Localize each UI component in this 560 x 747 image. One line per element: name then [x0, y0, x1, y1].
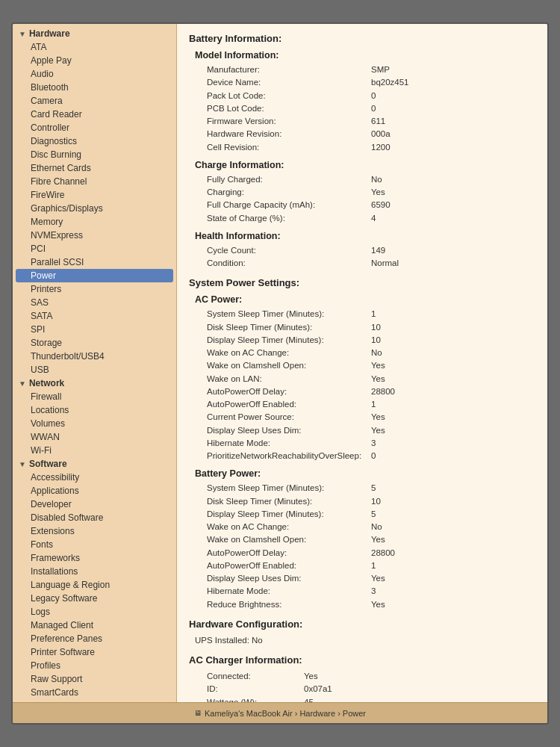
- sidebar-item-legacysoftware[interactable]: Legacy Software: [13, 592, 176, 605]
- ac-display-sleep-label: Display Sleep Timer (Minutes):: [207, 334, 371, 347]
- sidebar-item-locations[interactable]: Locations: [13, 403, 176, 417]
- bat-hibernate-label: Hibernate Mode:: [207, 585, 371, 598]
- sidebar-item-logs[interactable]: Logs: [13, 605, 176, 619]
- ac-disk-sleep-label: Disk Sleep Timer (Minutes):: [207, 321, 371, 334]
- bat-wake-ac-row: Wake on AC Change: No: [207, 521, 535, 533]
- health-info-content: Cycle Count: 149 Condition: Normal: [207, 244, 535, 270]
- sidebar-item-pci[interactable]: PCI: [13, 242, 176, 255]
- hardware-config-title: Hardware Configuration:: [189, 619, 535, 630]
- sidebar-item-firewall[interactable]: Firewall: [13, 390, 176, 403]
- sidebar-item-extensions[interactable]: Extensions: [13, 524, 176, 538]
- sidebar-item-fonts[interactable]: Fonts: [13, 538, 176, 551]
- ac-display-sleep-row: Display Sleep Timer (Minutes): 10: [207, 334, 535, 347]
- sidebar-item-developer[interactable]: Developer: [13, 498, 176, 511]
- sidebar-item-sata[interactable]: SATA: [13, 309, 176, 323]
- fully-charged-value: No: [371, 173, 382, 186]
- sidebar-item-nvmexpress[interactable]: NVMExpress: [13, 229, 176, 242]
- charge-info-content: Fully Charged: No Charging: Yes Full Cha…: [207, 173, 535, 225]
- device-name-label: Device Name:: [207, 76, 371, 89]
- bat-wake-clamshell-label: Wake on Clamshell Open:: [207, 533, 371, 546]
- charging-value: Yes: [371, 186, 385, 199]
- sidebar-item-accessibility[interactable]: Accessibility: [13, 471, 176, 484]
- bat-wake-clamshell-row: Wake on Clamshell Open: Yes: [207, 533, 535, 546]
- bat-reduce-brightness-value: Yes: [371, 598, 385, 611]
- hardware-arrow: ▼: [19, 30, 26, 38]
- sidebar-item-parallelscsi[interactable]: Parallel SCSI: [13, 255, 176, 269]
- ac-wake-ac-label: Wake on AC Change:: [207, 347, 371, 359]
- sidebar-item-printersoftware[interactable]: Printer Software: [13, 645, 176, 659]
- pcb-lot-row: PCB Lot Code: 0: [207, 102, 535, 115]
- ups-installed-row: UPS Installed: No: [195, 634, 535, 647]
- sidebar-item-camera[interactable]: Camera: [13, 94, 176, 108]
- software-section-header[interactable]: ▼ Software: [13, 457, 176, 471]
- sidebar-item-ata[interactable]: ATA: [13, 40, 176, 54]
- manufacturer-label: Manufacturer:: [207, 63, 371, 76]
- health-info-title: Health Information:: [195, 231, 535, 241]
- sidebar-item-power[interactable]: Power: [16, 269, 173, 282]
- sidebar-item-preferencepanes[interactable]: Preference Panes: [13, 632, 176, 645]
- fully-charged-row: Fully Charged: No: [207, 173, 535, 186]
- sidebar-item-discburning[interactable]: Disc Burning: [13, 148, 176, 161]
- sidebar-item-profiles[interactable]: Profiles: [13, 659, 176, 672]
- bat-system-sleep-value: 5: [371, 482, 376, 495]
- firmware-value: 611: [371, 115, 385, 128]
- sidebar-item-smartcards[interactable]: SmartCards: [13, 686, 176, 699]
- sidebar-item-installations[interactable]: Installations: [13, 565, 176, 578]
- sidebar-item-applepay[interactable]: Apple Pay: [13, 54, 176, 67]
- sidebar-item-memory[interactable]: Memory: [13, 215, 176, 229]
- ac-current-source-value: Yes: [371, 411, 385, 424]
- sidebar-item-printers[interactable]: Printers: [13, 282, 176, 296]
- system-power-title: System Power Settings:: [189, 277, 535, 288]
- sidebar-item-controller[interactable]: Controller: [13, 121, 176, 134]
- sidebar-item-managedclient[interactable]: Managed Client: [13, 619, 176, 632]
- bat-autopoweroff-enabled-label: AutoPowerOff Enabled:: [207, 560, 371, 572]
- sidebar-item-cardreader[interactable]: Card Reader: [13, 108, 176, 121]
- sidebar-item-frameworks[interactable]: Frameworks: [13, 551, 176, 565]
- sidebar-item-language[interactable]: Language & Region: [13, 578, 176, 592]
- ups-installed-value: UPS Installed: No: [195, 634, 263, 647]
- sidebar-item-applications[interactable]: Applications: [13, 484, 176, 498]
- manufacturer-row: Manufacturer: SMP: [207, 63, 535, 76]
- software-arrow: ▼: [19, 460, 26, 468]
- fully-charged-label: Fully Charged:: [207, 173, 371, 186]
- ac-autopoweroff-enabled-label: AutoPowerOff Enabled:: [207, 398, 371, 411]
- sidebar-item-spi[interactable]: SPI: [13, 323, 176, 336]
- ac-disk-sleep-value: 10: [371, 321, 381, 334]
- ac-wake-clamshell-label: Wake on Clamshell Open:: [207, 359, 371, 372]
- ac-display-sleep-value: 10: [371, 334, 381, 347]
- sidebar-item-usb[interactable]: USB: [13, 363, 176, 376]
- cell-revision-label: Cell Revision:: [207, 141, 371, 154]
- ac-current-source-row: Current Power Source: Yes: [207, 411, 535, 424]
- sidebar-item-graphicsdisplays[interactable]: Graphics/Displays: [13, 202, 176, 215]
- cell-revision-row: Cell Revision: 1200: [207, 141, 535, 154]
- hardware-section-header[interactable]: ▼ Hardware: [13, 27, 176, 40]
- sidebar-item-firewire[interactable]: FireWire: [13, 188, 176, 202]
- sidebar-item-volumes[interactable]: Volumes: [13, 417, 176, 430]
- charger-wattage-row: Wattage (W): 45: [207, 696, 535, 703]
- sidebar-item-wwan[interactable]: WWAN: [13, 430, 176, 444]
- sidebar-item-bluetooth[interactable]: Bluetooth: [13, 81, 176, 94]
- charging-label: Charging:: [207, 186, 371, 199]
- sidebar-item-ethernetcards[interactable]: Ethernet Cards: [13, 161, 176, 175]
- sidebar-item-wifi[interactable]: Wi-Fi: [13, 444, 176, 457]
- state-of-charge-label: State of Charge (%):: [207, 212, 371, 225]
- network-section-header[interactable]: ▼ Network: [13, 376, 176, 390]
- sidebar-item-rawsupport[interactable]: Raw Support: [13, 672, 176, 686]
- content-area: ▼ Hardware ATA Apple Pay Audio Bluetooth…: [13, 24, 547, 702]
- state-of-charge-row: State of Charge (%): 4: [207, 212, 535, 225]
- sidebar-item-sas[interactable]: SAS: [13, 296, 176, 309]
- charger-wattage-label: Wattage (W):: [207, 696, 304, 703]
- cell-revision-value: 1200: [371, 141, 391, 154]
- pcb-lot-label: PCB Lot Code:: [207, 102, 371, 115]
- ac-prioritize-value: 0: [371, 450, 376, 462]
- sidebar-item-disabledsoftware[interactable]: Disabled Software: [13, 511, 176, 524]
- sidebar-item-diagnostics[interactable]: Diagnostics: [13, 134, 176, 148]
- sidebar-item-fibrechannel[interactable]: Fibre Channel: [13, 175, 176, 188]
- sidebar-item-audio[interactable]: Audio: [13, 67, 176, 81]
- charger-id-row: ID: 0x07a1: [207, 683, 535, 695]
- sidebar-item-storage[interactable]: Storage: [13, 336, 176, 350]
- ac-charger-section: Connected: Yes ID: 0x07a1 Wattage (W): 4…: [195, 670, 535, 702]
- sidebar-item-thunderbolt[interactable]: Thunderbolt/USB4: [13, 350, 176, 363]
- hardware-items: ATA Apple Pay Audio Bluetooth Camera Car…: [13, 40, 176, 376]
- cycle-count-value: 149: [371, 244, 385, 257]
